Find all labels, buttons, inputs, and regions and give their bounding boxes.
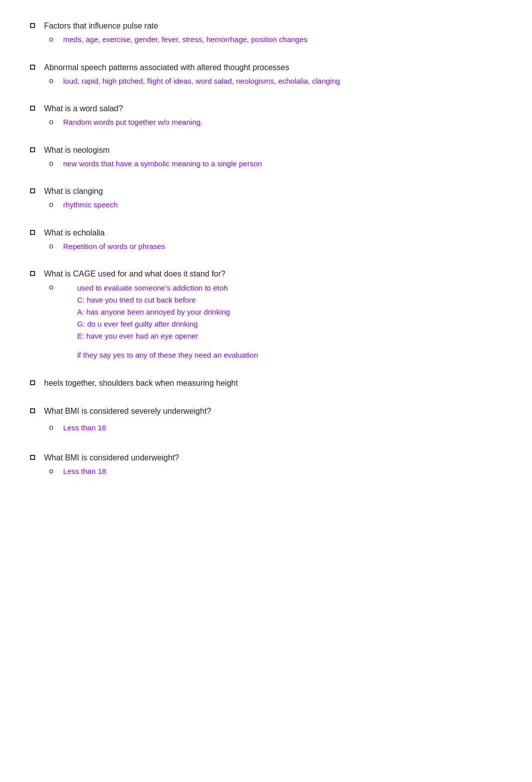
list-item-bmi-severe: What BMI is considered severely underwei… (30, 405, 481, 438)
sub-list: o new words that have a symbolic meaning… (49, 158, 481, 170)
cage-g: G: do u ever feel guilty after drinking (77, 318, 258, 330)
sub-text: Repetition of words or phrases (63, 241, 165, 252)
sub-item: o Repetition of words or phrases (49, 241, 481, 252)
sub-item: o loud, rapid, high pitched, flight of i… (49, 76, 481, 87)
item-label: What is echolalia (44, 227, 481, 239)
cage-a: A: has anyone been annoyed by your drink… (77, 306, 258, 318)
cage-c: C: have you tried to cut back before (77, 294, 258, 306)
list-item: Factors that influence pulse rate o meds… (30, 20, 481, 48)
bullet-icon (30, 406, 44, 413)
item-content: What BMI is considered underweight? o Le… (44, 452, 481, 479)
sub-bullet: o (49, 466, 63, 475)
sub-text: Random words put together w/o meaning. (63, 117, 203, 128)
sub-bullet: o (49, 283, 63, 291)
sub-list: o used to evaluate someone's addiction t… (49, 282, 481, 361)
sub-text: meds, age, exercise, gender, fever, stre… (63, 34, 308, 46)
sub-text: loud, rapid, high pitched, flight of ide… (63, 76, 340, 87)
sub-bullet: o (49, 159, 63, 167)
sub-text: Less than 18 (63, 466, 106, 477)
item-content: What is CAGE used for and what does it s… (44, 268, 481, 363)
sub-item: o Less than 16 (49, 422, 481, 434)
list-item: What is a word salad? o Random words put… (30, 103, 481, 130)
list-item: What is echolalia o Repetition of words … (30, 227, 481, 254)
item-label: Factors that influence pulse rate (44, 20, 481, 32)
sub-bullet: o (49, 423, 63, 431)
item-content: What is clanging o rhythmic speech (44, 185, 481, 213)
sub-item: o Random words put together w/o meaning. (49, 117, 481, 128)
sub-list: o Less than 18 (49, 466, 481, 477)
cage-e: E: have you ever had an eye opener (77, 330, 258, 342)
item-label: Abnormal speech patterns associated with… (44, 62, 481, 74)
item-label: What is CAGE used for and what does it s… (44, 268, 481, 280)
list-item-cage: What is CAGE used for and what does it s… (30, 268, 481, 363)
sub-item: o new words that have a symbolic meaning… (49, 158, 481, 170)
sub-text: rhythmic speech (63, 199, 118, 211)
list-item: heels together, shoulders back when meas… (30, 377, 481, 391)
item-content: What is echolalia o Repetition of words … (44, 227, 481, 254)
list-item: What is neologism o new words that have … (30, 144, 481, 172)
item-content: What BMI is considered severely underwei… (44, 405, 481, 438)
sub-item: o rhythmic speech (49, 199, 481, 211)
bullet-icon (30, 378, 44, 385)
sub-list: o meds, age, exercise, gender, fever, st… (49, 34, 481, 46)
cage-block: used to evaluate someone's addiction to … (77, 282, 258, 361)
item-label: What is a word salad? (44, 103, 481, 115)
bullet-icon (30, 104, 44, 111)
item-label: What BMI is considered underweight? (44, 452, 481, 464)
sub-bullet: o (49, 76, 63, 85)
list-item-bmi-underweight: What BMI is considered underweight? o Le… (30, 452, 481, 479)
bullet-icon (30, 269, 44, 276)
list-item: What is clanging o rhythmic speech (30, 185, 481, 213)
sub-item: o used to evaluate someone's addiction t… (49, 282, 481, 361)
sub-item: o Less than 18 (49, 466, 481, 477)
item-content: Abnormal speech patterns associated with… (44, 62, 481, 89)
item-content: What is a word salad? o Random words put… (44, 103, 481, 130)
sub-list: o Repetition of words or phrases (49, 241, 481, 252)
item-content: What is neologism o new words that have … (44, 144, 481, 172)
bullet-icon (30, 186, 44, 193)
sub-list: o loud, rapid, high pitched, flight of i… (49, 76, 481, 87)
sub-list: o Less than 16 (49, 422, 481, 434)
item-label: What is neologism (44, 144, 481, 156)
item-content: heels together, shoulders back when meas… (44, 377, 481, 391)
bullet-icon (30, 21, 44, 28)
list-item: Abnormal speech patterns associated with… (30, 62, 481, 89)
bullet-icon (30, 453, 44, 460)
sub-bullet: o (49, 241, 63, 250)
sub-list: o Random words put together w/o meaning. (49, 117, 481, 128)
item-label: What is clanging (44, 185, 481, 197)
sub-bullet: o (49, 117, 63, 126)
sub-bullet: o (49, 35, 63, 43)
item-label: What BMI is considered severely underwei… (44, 405, 481, 417)
sub-text: Less than 16 (63, 422, 106, 434)
item-content: Factors that influence pulse rate o meds… (44, 20, 481, 48)
item-label: heels together, shoulders back when meas… (44, 377, 481, 389)
sub-text: new words that have a symbolic meaning t… (63, 158, 262, 170)
bullet-icon (30, 145, 44, 152)
cage-note: if they say yes to any of these they nee… (77, 349, 258, 361)
sub-bullet: o (49, 200, 63, 208)
bullet-icon (30, 228, 44, 235)
sub-list: o rhythmic speech (49, 199, 481, 211)
sub-item: o meds, age, exercise, gender, fever, st… (49, 34, 481, 46)
main-content: Factors that influence pulse rate o meds… (30, 20, 481, 479)
bullet-icon (30, 63, 44, 70)
cage-sub-first: used to evaluate someone's addiction to … (77, 282, 258, 294)
